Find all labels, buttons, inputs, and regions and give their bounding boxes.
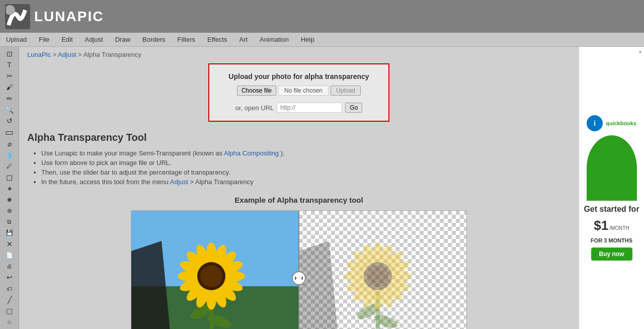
- ad-intuit-logo: i: [587, 115, 603, 131]
- list-item: Then, use the slider bar to adjust the p…: [41, 169, 571, 176]
- ad-content: i quickbooks Get started for $1 /MONTH F…: [583, 51, 640, 325]
- nav-animation[interactable]: Animation: [258, 35, 291, 44]
- header: LUNAPIC: [0, 0, 644, 33]
- layers-icon[interactable]: ⧉: [3, 217, 17, 227]
- svg-point-47: [367, 265, 389, 287]
- rect-icon[interactable]: ▭: [3, 127, 17, 138]
- choose-file-button[interactable]: Choose file: [237, 86, 276, 96]
- example-heading: Example of Alpha transparency tool: [27, 196, 571, 204]
- breadcrumb-sep1: >: [53, 51, 58, 58]
- url-label: or, open URL: [235, 104, 274, 112]
- logo-icon: [5, 4, 30, 29]
- close-tool-icon[interactable]: ✕: [3, 239, 17, 249]
- sidebar: ⊡ T ✂ 🖌 ✏ 🔍 ↺ ▭ ⌀ 💧 🖊 ◻ ◈ ◉ ⊕ ⧉ 💾 ✕ 📄 🖨 …: [0, 47, 19, 329]
- text-icon[interactable]: T: [3, 60, 17, 70]
- url-row: or, open URL Go: [217, 103, 380, 113]
- bullet-text-4a: In the future, access this tool from the…: [41, 178, 170, 186]
- ad-per-month: /MONTH: [609, 225, 629, 231]
- go-button[interactable]: Go: [345, 103, 362, 113]
- save-icon[interactable]: 💾: [3, 228, 17, 238]
- bullet-text-2: Use form above to pick an image file or …: [41, 159, 172, 167]
- ad-price: $1: [594, 218, 608, 233]
- stamp-icon[interactable]: ◈: [3, 183, 17, 193]
- info-list: Use Lunapic to make your image Semi-Tran…: [27, 149, 571, 186]
- file-chosen-text: No file chosen: [278, 86, 329, 96]
- paint-icon[interactable]: 🖌: [3, 82, 17, 92]
- circle-icon[interactable]: ○: [3, 317, 17, 327]
- list-item: Use form above to pick an image file or …: [41, 159, 571, 167]
- upload-row: Choose file No file chosen Upload: [217, 86, 380, 96]
- sunflower-right-svg: [299, 211, 466, 329]
- layout: ⊡ T ✂ 🖌 ✏ 🔍 ↺ ▭ ⌀ 💧 🖊 ◻ ◈ ◉ ⊕ ⧉ 💾 ✕ 📄 🖨 …: [0, 47, 644, 329]
- pen-icon[interactable]: 🖊: [3, 161, 17, 171]
- nav-art[interactable]: Art: [237, 35, 250, 44]
- crop-icon[interactable]: ⊡: [3, 49, 17, 59]
- logo-text: LUNAPIC: [34, 9, 104, 25]
- ad-logo-area: i quickbooks: [587, 115, 636, 131]
- bullet-text-1a: Use Lunapic to make your image Semi-Tran…: [41, 149, 224, 157]
- rotate-icon[interactable]: ↺: [3, 116, 17, 126]
- tag-icon[interactable]: 🏷: [3, 284, 17, 294]
- nav-file[interactable]: File: [37, 35, 51, 44]
- dropper-icon[interactable]: 💧: [3, 150, 17, 160]
- image-left-panel: [131, 211, 300, 329]
- pencil-icon[interactable]: ✏: [3, 94, 17, 104]
- bullet-text-3: Then, use the slider bar to adjust the p…: [41, 169, 230, 176]
- breadcrumb-lunapic[interactable]: LunaPic: [27, 51, 51, 58]
- bullet-text-4b: > Alpha Transparency: [190, 178, 254, 186]
- breadcrumb: LunaPic > Adjust > Alpha Transparency: [27, 51, 571, 58]
- svg-marker-48: [295, 276, 297, 280]
- list-item: Use Lunapic to make your image Semi-Tran…: [41, 149, 571, 157]
- nav-draw[interactable]: Draw: [113, 35, 132, 44]
- nav-borders[interactable]: Borders: [140, 35, 168, 44]
- nav-bar: Upload File Edit Adjust Draw Borders Fil…: [0, 33, 644, 47]
- divider-handle[interactable]: [292, 271, 306, 285]
- ad-intuit-letter: i: [594, 119, 596, 127]
- bullet-text-1b: ).: [281, 149, 285, 157]
- nav-adjust[interactable]: Adjust: [83, 35, 105, 44]
- lasso-icon[interactable]: ◉: [3, 195, 17, 205]
- wand-icon[interactable]: ⌀: [3, 139, 17, 149]
- logo-container[interactable]: LUNAPIC: [5, 4, 104, 29]
- ad-panel: × i quickbooks Get started for $1 /MONTH…: [579, 47, 644, 329]
- undo-icon[interactable]: ↩: [3, 272, 17, 282]
- svg-marker-26: [299, 241, 339, 329]
- list-item: In the future, access this tool from the…: [41, 178, 571, 186]
- tool-heading: Alpha Transparency Tool: [27, 132, 571, 143]
- page-icon[interactable]: 📄: [3, 250, 17, 260]
- upload-box: Upload your photo for alpha transparency…: [208, 63, 389, 122]
- breadcrumb-current: Alpha Transparency: [83, 51, 141, 58]
- adjust-link[interactable]: Adjust: [170, 178, 188, 186]
- url-input[interactable]: [277, 103, 342, 113]
- breadcrumb-sep2: >: [78, 51, 84, 58]
- upload-title: Upload your photo for alpha transparency: [217, 72, 380, 80]
- scissors-icon[interactable]: ✂: [3, 71, 17, 81]
- main-content: LunaPic > Adjust > Alpha Transparency Up…: [19, 47, 579, 329]
- image-example: [131, 210, 467, 329]
- svg-marker-49: [301, 276, 303, 280]
- divider-line: [298, 211, 299, 329]
- sticker-icon[interactable]: ⊕: [3, 206, 17, 216]
- svg-point-25: [200, 265, 222, 287]
- ad-buy-button[interactable]: Buy now: [591, 248, 632, 261]
- print-icon[interactable]: 🖨: [3, 261, 17, 271]
- nav-upload[interactable]: Upload: [4, 35, 29, 44]
- nav-help[interactable]: Help: [299, 35, 316, 44]
- ad-decorative-shape: [587, 135, 637, 201]
- nav-edit[interactable]: Edit: [59, 35, 74, 44]
- rect2-icon[interactable]: ▢: [3, 306, 17, 316]
- image-right-panel: [299, 211, 466, 329]
- sunflower-left-svg: [131, 211, 300, 329]
- search-icon[interactable]: 🔍: [3, 105, 17, 115]
- nav-effects[interactable]: Effects: [205, 35, 229, 44]
- ad-headline: Get started for: [584, 205, 639, 214]
- ad-quickbooks-text: quickbooks: [606, 120, 636, 126]
- ad-close-button[interactable]: ×: [639, 49, 642, 55]
- ad-duration: FOR 3 MONTHS: [591, 237, 632, 243]
- eraser-icon[interactable]: ◻: [3, 172, 17, 182]
- line-icon[interactable]: ╱: [3, 295, 17, 305]
- nav-filters[interactable]: Filters: [176, 35, 197, 44]
- upload-button[interactable]: Upload: [331, 86, 361, 96]
- alpha-compositing-link[interactable]: Alpha Compositing: [224, 149, 279, 157]
- breadcrumb-adjust[interactable]: Adjust: [58, 51, 76, 58]
